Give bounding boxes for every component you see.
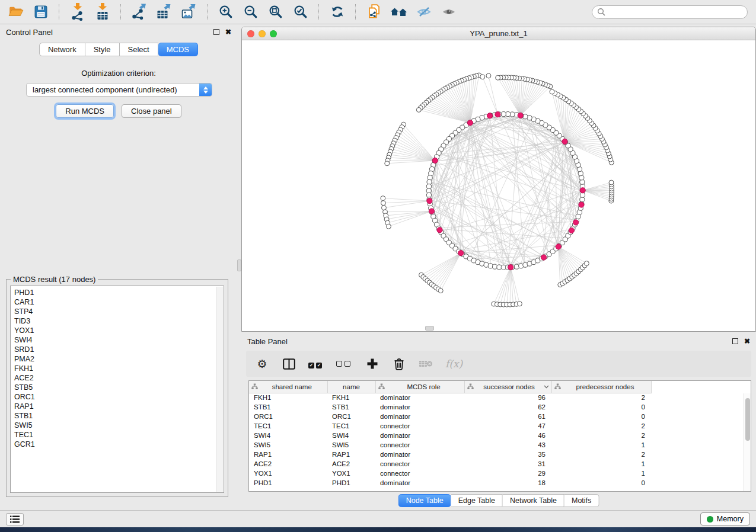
mcds-node-item[interactable]: FKH1 <box>14 364 224 373</box>
table-row[interactable]: TEC1TEC1connector472 <box>249 421 751 431</box>
cell-shared-name[interactable]: YOX1 <box>249 469 327 478</box>
table-row[interactable]: STB1STB1dominator620 <box>249 402 751 412</box>
cell-mcds-role[interactable]: dominator <box>375 450 464 459</box>
cell-mcds-role[interactable]: dominator <box>375 393 464 402</box>
network-node[interactable] <box>480 75 485 79</box>
memory-button[interactable]: Memory <box>700 512 750 525</box>
cell-mcds-role[interactable]: connector <box>375 459 464 469</box>
zoom-selected-button[interactable] <box>291 3 310 21</box>
dominator-node[interactable] <box>429 209 434 214</box>
tab-node-table[interactable]: Node Table <box>398 494 451 507</box>
table-row[interactable]: PHD1PHD1dominator180 <box>249 478 751 488</box>
table-row[interactable]: SWI4SWI4dominator462 <box>249 431 751 440</box>
table-row[interactable]: SWI5SWI5connector431 <box>249 440 751 450</box>
clone-network-button[interactable] <box>364 3 384 21</box>
tab-motifs[interactable]: Motifs <box>564 494 599 507</box>
cell-mcds-role[interactable]: connector <box>375 440 464 450</box>
mcds-node-item[interactable]: GCR1 <box>14 440 224 449</box>
close-panel-icon[interactable]: ✖ <box>744 338 750 345</box>
mcds-node-item[interactable]: YOX1 <box>14 326 224 335</box>
cell-mcds-role[interactable]: dominator <box>375 412 464 421</box>
network-node[interactable] <box>438 289 443 293</box>
mcds-node-item[interactable]: STB1 <box>14 411 224 421</box>
dominator-node[interactable] <box>467 120 473 126</box>
column-header-shared-name[interactable]: shared name <box>249 381 327 393</box>
float-panel-icon[interactable] <box>213 29 219 35</box>
cell-mcds-role[interactable]: connector <box>375 469 464 478</box>
network-node[interactable] <box>550 89 554 94</box>
cell-predecessor-nodes[interactable]: 2 <box>551 393 651 402</box>
dominator-node[interactable] <box>458 251 464 256</box>
cell-successor-nodes[interactable]: 47 <box>464 421 551 431</box>
tab-mcds[interactable]: MCDS <box>158 43 198 56</box>
mcds-node-item[interactable]: RAP1 <box>14 402 224 411</box>
cell-predecessor-nodes[interactable]: 2 <box>551 450 651 459</box>
zoom-out-button[interactable] <box>241 3 260 21</box>
delete-table-button[interactable] <box>419 356 433 371</box>
network-node[interactable] <box>488 264 493 268</box>
dominator-node[interactable] <box>579 202 584 207</box>
network-node[interactable] <box>486 73 491 78</box>
network-graph[interactable] <box>242 40 755 331</box>
table-row[interactable]: FKH1FKH1dominator962 <box>249 393 751 402</box>
cell-name[interactable]: PHD1 <box>327 478 375 488</box>
network-node[interactable] <box>416 107 421 112</box>
dominator-node[interactable] <box>432 158 438 163</box>
delete-row-button[interactable] <box>392 356 406 371</box>
first-neighbors-button[interactable] <box>389 3 409 21</box>
column-header-mcds-role[interactable]: MCDS role <box>375 381 464 393</box>
network-node[interactable] <box>381 196 385 201</box>
cell-successor-nodes[interactable]: 96 <box>464 393 551 402</box>
import-table-button[interactable] <box>92 3 112 21</box>
network-canvas[interactable] <box>242 40 755 331</box>
table-row[interactable]: YOX1YOX1connector291 <box>249 469 751 478</box>
export-table-button[interactable] <box>154 3 174 21</box>
cell-shared-name[interactable]: STB1 <box>249 402 327 412</box>
network-node[interactable] <box>385 161 390 166</box>
mcds-node-item[interactable]: STP4 <box>14 307 224 316</box>
table-row[interactable]: ACE2ACE2connector311 <box>249 459 751 469</box>
cell-name[interactable]: YOX1 <box>327 469 375 478</box>
refresh-view-button[interactable] <box>327 3 347 21</box>
cell-predecessor-nodes[interactable]: 1 <box>551 440 651 450</box>
mcds-node-item[interactable]: SWI4 <box>14 335 224 345</box>
splitter-handle[interactable] <box>237 259 241 271</box>
cell-mcds-role[interactable]: dominator <box>375 431 464 440</box>
cell-predecessor-nodes[interactable]: 1 <box>551 469 651 478</box>
hide-selected-button[interactable] <box>414 3 433 21</box>
dominator-node[interactable] <box>487 113 492 118</box>
export-image-button[interactable] <box>179 3 199 21</box>
dominator-node[interactable] <box>495 112 500 117</box>
cell-shared-name[interactable]: FKH1 <box>249 393 327 402</box>
function-builder-button[interactable]: f(x) <box>445 356 462 371</box>
cell-mcds-role[interactable]: dominator <box>375 478 464 488</box>
dominator-node[interactable] <box>562 139 567 144</box>
cell-predecessor-nodes[interactable]: 0 <box>551 478 651 488</box>
mcds-node-item[interactable]: STB5 <box>14 383 224 392</box>
deselect-all-rows-button[interactable] <box>336 356 353 371</box>
select-all-rows-button[interactable]: ✓✓ <box>308 356 324 371</box>
mcds-list-scrollbar[interactable] <box>216 287 223 492</box>
cell-predecessor-nodes[interactable]: 0 <box>551 412 651 421</box>
mcds-result-list[interactable]: PHD1CAR1STP4TID3YOX1SWI4SRD1PMA2FKH1ACE2… <box>10 286 224 493</box>
table-scrollbar[interactable] <box>744 393 751 491</box>
network-window-titlebar[interactable]: YPA_prune.txt_1 <box>242 27 755 40</box>
dominator-node[interactable] <box>541 255 546 260</box>
mcds-node-item[interactable]: ORC1 <box>14 392 224 402</box>
zoom-in-button[interactable] <box>216 3 235 21</box>
cell-successor-nodes[interactable]: 46 <box>464 431 551 440</box>
cell-predecessor-nodes[interactable]: 1 <box>551 459 651 469</box>
save-session-button[interactable] <box>31 3 50 21</box>
scrollbar-thumb[interactable] <box>745 398 750 441</box>
tab-network[interactable]: Network <box>39 43 85 56</box>
open-session-button[interactable] <box>6 3 25 21</box>
network-node[interactable] <box>609 180 614 185</box>
close-panel-icon[interactable]: ✖ <box>225 28 231 36</box>
mcds-node-item[interactable]: PMA2 <box>14 354 224 364</box>
cell-shared-name[interactable]: ACE2 <box>249 459 327 469</box>
mcds-node-item[interactable]: ACE2 <box>14 373 224 383</box>
column-settings-button[interactable]: ⚙ <box>255 356 269 371</box>
dominator-node[interactable] <box>508 265 513 270</box>
cell-successor-nodes[interactable]: 31 <box>464 459 551 469</box>
cell-successor-nodes[interactable]: 43 <box>464 440 551 450</box>
